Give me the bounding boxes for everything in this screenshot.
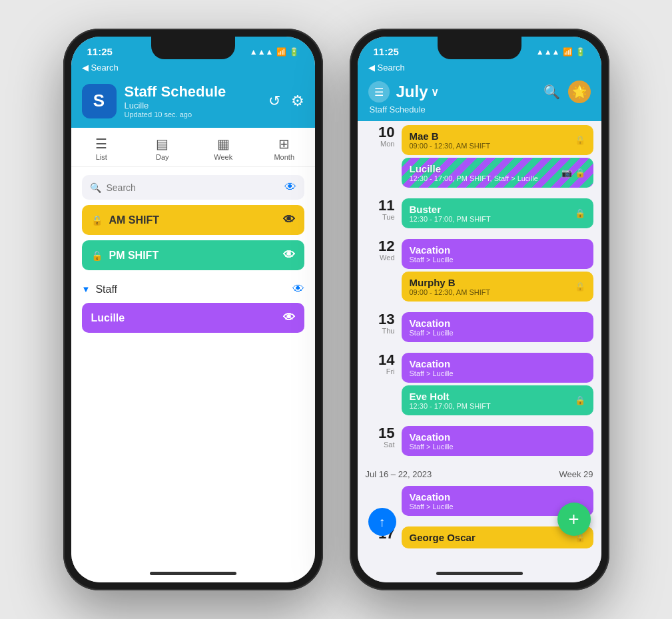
app-subtitle: Lucille (125, 101, 260, 110)
back-arrow-left[interactable]: ◀ (82, 63, 89, 73)
tab-week-label: Week (214, 153, 232, 161)
search-back-left[interactable]: ◀ Search (71, 61, 315, 77)
eye-icon-am[interactable]: 👁 (283, 213, 295, 227)
list-icon: ☰ (95, 136, 107, 152)
camera-icon-lucille: 📷 (561, 168, 572, 178)
pm-shift-label: PM SHIFT (109, 250, 276, 262)
staff-group: ▼ Staff 👁 Lucille 👁 (82, 276, 304, 333)
lock-icon-murphy: 🔒 (575, 282, 585, 292)
app-header-left: S Staff Schedule Lucille Updated 10 sec.… (71, 77, 315, 128)
filter-am-shift[interactable]: 🔒 AM SHIFT 👁 (82, 205, 304, 235)
staff-member-lucille[interactable]: Lucille 👁 (82, 303, 304, 333)
chevron-down-icon[interactable]: ∨ (431, 86, 439, 99)
day-label-15: 15 Sat (366, 426, 395, 449)
day-group-10: 10 Mon Mae B 09:00 - 12:30, AM SHIFT 🔒 (358, 121, 601, 194)
event-name-lucille: Lucille (410, 163, 557, 174)
day-label-12: 12 Wed (366, 239, 395, 262)
event-vacation-15[interactable]: Vacation Staff > Lucille (402, 426, 593, 456)
event-name-murphy: Murphy B (410, 277, 571, 288)
day-name-11: Tue (366, 213, 395, 221)
status-icons-right: ▲▲▲ 📶 🔋 (536, 47, 585, 57)
refresh-icon[interactable]: ↺ (268, 93, 280, 110)
event-detail-vacation-14: Staff > Lucille (410, 369, 585, 377)
event-mae-b[interactable]: Mae B 09:00 - 12:30, AM SHIFT 🔒 (402, 125, 593, 155)
event-name-vacation-13: Vacation (410, 317, 585, 329)
event-name-vacation-15: Vacation (410, 431, 585, 443)
month-title: July ∨ (396, 83, 439, 101)
day-row-14: 14 Fri Vacation Staff > Lucille Ev (366, 353, 593, 415)
eye-icon-lucille[interactable]: 👁 (283, 311, 295, 325)
home-bar-right (436, 572, 523, 575)
app-title-block: Staff Schedule Lucille Updated 10 sec. a… (125, 83, 260, 118)
event-lucille[interactable]: Lucille 12:30 - 17:00, PM SHIFT, Staff >… (402, 158, 593, 188)
fab-add[interactable]: + (557, 503, 591, 536)
tab-bar-left: ☰ List ▤ Day ▦ Week ⊞ Month (71, 128, 315, 167)
back-arrow-right[interactable]: ◀ (368, 63, 375, 73)
notch (151, 37, 235, 59)
schedule-list[interactable]: 10 Mon Mae B 09:00 - 12:30, AM SHIFT 🔒 (358, 121, 601, 564)
event-detail-lucille: 12:30 - 17:00, PM SHIFT, Staff > Lucille (410, 174, 557, 182)
month-icon: ⊞ (278, 136, 290, 152)
event-info-murphy: Murphy B 09:00 - 12:30, AM SHIFT (410, 277, 571, 296)
app-icon-left: S (82, 84, 117, 118)
event-vacation-13[interactable]: Vacation Staff > Lucille (402, 312, 593, 342)
week-icon: ▦ (217, 136, 230, 152)
day-num-12: 12 (366, 239, 395, 254)
day-label-10: 10 Mon (366, 125, 395, 148)
search-back-label-right: Search (378, 63, 405, 73)
day-name-15: Sat (366, 441, 395, 449)
day-num-15: 15 (366, 426, 395, 441)
tab-month[interactable]: ⊞ Month (254, 133, 315, 164)
event-detail-eve: 12:30 - 17:00, PM SHIFT (410, 402, 571, 410)
avatar[interactable]: 🌟 (568, 81, 591, 103)
eye-icon-staff[interactable]: 👁 (292, 282, 304, 296)
day-num-11: 11 (366, 198, 395, 213)
event-eve-holt[interactable]: Eve Holt 12:30 - 17:00, PM SHIFT 🔒 (402, 385, 593, 415)
event-name-eve: Eve Holt (410, 391, 571, 402)
day-label-13: 13 Thu (366, 312, 395, 335)
search-section: 🔍 👁 (71, 167, 315, 205)
search-back-right[interactable]: ◀ Search (358, 61, 601, 77)
day-row-12: 12 Wed Vacation Staff > Lucille Mu (366, 239, 593, 302)
day-name-13: Thu (366, 327, 395, 335)
event-info-vacation-13: Vacation Staff > Lucille (410, 317, 585, 337)
member-lucille-label: Lucille (91, 312, 283, 324)
day-row-17: 17 George Oscar 🔒 (366, 526, 593, 548)
right-subtitle: Staff Schedule (368, 104, 591, 114)
battery-icon-r: 🔋 (575, 47, 585, 57)
day-row-15: 15 Sat Vacation Staff > Lucille (366, 426, 593, 456)
filter-pm-shift[interactable]: 🔒 PM SHIFT 👁 (82, 240, 304, 270)
tab-week[interactable]: ▦ Week (193, 133, 254, 164)
event-name-vacation-16: Vacation (410, 491, 585, 503)
day-name-12: Wed (366, 254, 395, 262)
week-separator: Jul 16 – 22, 2023 Week 29 (358, 463, 601, 482)
event-detail-vacation-16: Staff > Lucille (410, 503, 585, 511)
menu-icon[interactable]: ☰ (368, 81, 390, 103)
eye-icon-search[interactable]: 👁 (284, 180, 296, 194)
event-detail-vacation-12a: Staff > Lucille (410, 256, 585, 264)
signal-icon-r: ▲▲▲ (536, 47, 560, 57)
left-phone: 11:25 ▲▲▲ 📶 🔋 ◀ Search S Staff Schedule … (63, 29, 323, 590)
search-icon-right[interactable]: 🔍 (543, 84, 560, 100)
settings-icon[interactable]: ⚙ (291, 93, 304, 110)
day-row-11: 11 Tue Buster 12:30 - 17:00, PM SHIFT 🔒 (366, 198, 593, 228)
eye-icon-pm[interactable]: 👁 (283, 248, 295, 262)
event-buster[interactable]: Buster 12:30 - 17:00, PM SHIFT 🔒 (402, 198, 593, 228)
tab-list-label: List (96, 153, 107, 161)
right-phone: 11:25 ▲▲▲ 📶 🔋 ◀ Search ☰ July ∨ 🔍 � (350, 29, 609, 590)
event-murphy-b[interactable]: Murphy B 09:00 - 12:30, AM SHIFT 🔒 (402, 272, 593, 302)
search-input[interactable] (107, 182, 279, 193)
event-info-buster: Buster 12:30 - 17:00, PM SHIFT (410, 204, 571, 223)
scroll-up-button[interactable]: ↑ (368, 508, 396, 536)
event-detail-vacation-13: Staff > Lucille (410, 329, 585, 337)
tab-list[interactable]: ☰ List (71, 133, 133, 164)
day-events-15: Vacation Staff > Lucille (402, 426, 593, 456)
lock-icon-pm: 🔒 (91, 250, 103, 261)
tab-day[interactable]: ▤ Day (132, 133, 193, 164)
event-name-mae: Mae B (410, 130, 571, 142)
event-vacation-12a[interactable]: Vacation Staff > Lucille (402, 239, 593, 269)
event-detail-murphy: 09:00 - 12:30, AM SHIFT (410, 288, 571, 296)
day-num-10: 10 (366, 125, 395, 140)
day-num-13: 13 (366, 312, 395, 327)
event-vacation-14[interactable]: Vacation Staff > Lucille (402, 353, 593, 383)
